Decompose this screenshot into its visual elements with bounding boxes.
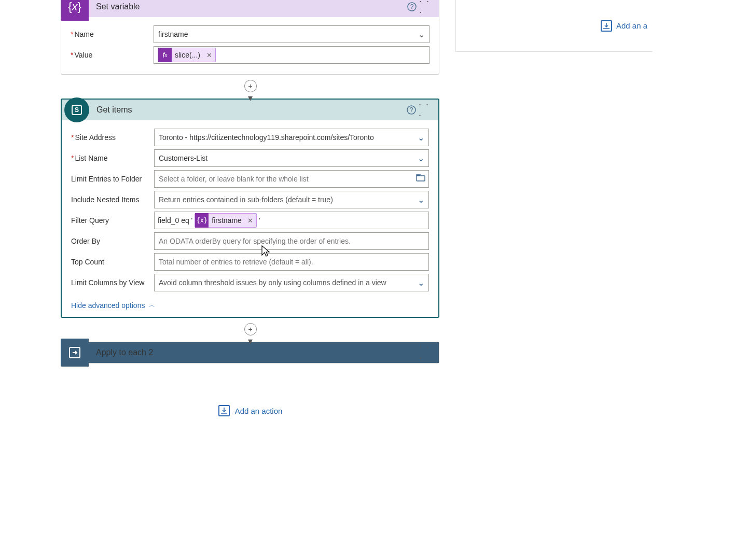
top-count-label: Top Count xyxy=(71,258,154,266)
connector-2: + ▾ xyxy=(52,318,449,342)
set-variable-title: Set variable xyxy=(96,2,405,11)
name-select[interactable]: firstname ⌄ xyxy=(154,25,430,43)
chevron-up-icon: ︿ xyxy=(149,301,155,310)
order-by-input[interactable]: An ODATA orderBy query for specifying th… xyxy=(154,232,429,250)
filter-query-label: Filter Query xyxy=(71,216,154,225)
chevron-down-icon[interactable]: ⌄ xyxy=(418,30,425,39)
token-text: firstname xyxy=(212,216,244,225)
limit-folder-placeholder: Select a folder, or leave blank for the … xyxy=(159,175,309,183)
apply-to-each-title: Apply to each 2 xyxy=(96,348,419,357)
get-items-card: S Get items ? · · · *Site Address Toront… xyxy=(61,99,439,318)
help-icon[interactable]: ? xyxy=(404,103,419,117)
set-variable-card: {x} Set variable ? · · · *Name firstname… xyxy=(61,0,439,75)
svg-text:?: ? xyxy=(410,106,413,114)
more-icon[interactable]: · · · xyxy=(419,345,434,360)
set-variable-header[interactable]: {x} Set variable ? · · · xyxy=(61,0,439,17)
variable-icon: {x} xyxy=(61,0,89,21)
list-name-label: *List Name xyxy=(71,154,154,162)
get-items-body: *Site Address Toronto - https://citizent… xyxy=(62,120,438,317)
name-value: firstname xyxy=(158,30,188,38)
filter-prefix: field_0 eq ' xyxy=(158,216,192,225)
chevron-down-icon[interactable]: ⌄ xyxy=(418,195,424,205)
name-label: *Name xyxy=(71,30,154,38)
order-by-label: Order By xyxy=(71,237,154,245)
loop-icon xyxy=(61,339,89,367)
add-action-icon xyxy=(601,20,612,32)
order-by-placeholder: An ODATA orderBy query for specifying th… xyxy=(159,237,351,245)
svg-rect-4 xyxy=(417,176,425,181)
list-name-select[interactable]: Customers-List ⌄ xyxy=(154,149,429,167)
site-address-select[interactable]: Toronto - https://citizentechnology119.s… xyxy=(154,129,429,146)
limit-folder-label: Limit Entries to Folder xyxy=(71,175,154,183)
set-variable-body: *Name firstname ⌄ *Value fx slice(...) ✕ xyxy=(61,17,439,74)
chevron-down-icon[interactable]: ⌄ xyxy=(418,153,424,163)
value-input[interactable]: fx slice(...) ✕ xyxy=(154,46,430,64)
limit-columns-label: Limit Columns by View xyxy=(71,278,154,287)
add-action-link[interactable]: Add an a xyxy=(601,20,647,32)
chevron-down-icon[interactable]: ⌄ xyxy=(418,278,424,288)
more-icon[interactable]: · · · xyxy=(419,0,434,14)
get-items-title: Get items xyxy=(96,105,404,115)
arrow-down-icon: ▾ xyxy=(248,92,253,104)
hide-advanced-link[interactable]: Hide advanced options ︿ xyxy=(71,301,155,310)
add-step-button[interactable]: + xyxy=(244,80,257,92)
folder-picker-icon[interactable] xyxy=(416,174,425,184)
top-count-input[interactable]: Total number of entries to retrieve (def… xyxy=(154,253,429,271)
list-name-value: Customers-List xyxy=(159,154,207,162)
top-count-placeholder: Total number of entries to retrieve (def… xyxy=(159,258,313,266)
include-nested-select[interactable]: Return entries contained in sub-folders … xyxy=(154,191,429,208)
right-panel: Add an a xyxy=(455,0,653,52)
add-step-button[interactable]: + xyxy=(244,323,257,335)
remove-token-icon[interactable]: ✕ xyxy=(203,51,215,59)
limit-columns-select[interactable]: Avoid column threshold issues by only us… xyxy=(154,274,429,291)
filter-suffix: ' xyxy=(259,216,260,225)
include-nested-value: Return entries contained in sub-folders … xyxy=(159,195,333,204)
include-nested-label: Include Nested Items xyxy=(71,195,154,204)
help-icon[interactable]: ? xyxy=(405,0,419,14)
filter-query-input[interactable]: field_0 eq ' {x} firstname ✕ ' xyxy=(154,212,429,229)
more-icon[interactable]: · · · xyxy=(419,103,433,117)
token-text: slice(...) xyxy=(175,51,203,59)
expression-token[interactable]: fx slice(...) ✕ xyxy=(158,48,216,62)
svg-text:?: ? xyxy=(410,3,414,10)
site-address-value: Toronto - https://citizentechnology119.s… xyxy=(159,133,374,142)
fx-icon: fx xyxy=(158,48,172,62)
arrow-down-icon: ▾ xyxy=(248,335,253,347)
limit-columns-value: Avoid column threshold issues by only us… xyxy=(159,278,386,287)
remove-token-icon[interactable]: ✕ xyxy=(244,217,256,225)
variable-icon: {x} xyxy=(195,213,209,228)
variable-token[interactable]: {x} firstname ✕ xyxy=(195,213,257,228)
limit-folder-input[interactable]: Select a folder, or leave blank for the … xyxy=(154,170,429,188)
site-address-label: *Site Address xyxy=(71,133,154,142)
sharepoint-icon: S xyxy=(64,97,89,122)
connector-1: + ▾ xyxy=(52,75,449,99)
chevron-down-icon[interactable]: ⌄ xyxy=(418,133,424,143)
add-action-icon xyxy=(218,405,230,416)
value-label: *Value xyxy=(71,51,154,59)
add-action-link[interactable]: Add an action xyxy=(218,405,283,416)
add-action-area: Add an action xyxy=(52,405,449,416)
